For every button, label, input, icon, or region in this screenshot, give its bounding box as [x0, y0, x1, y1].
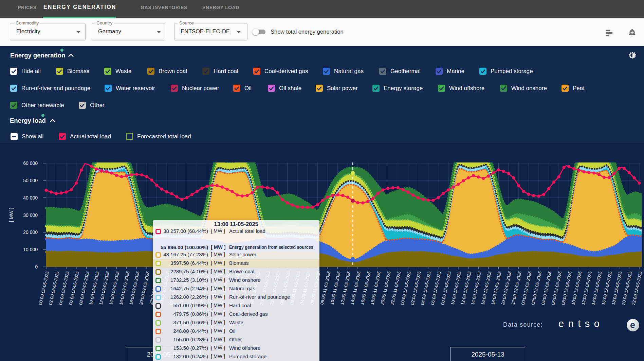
svg-text:20 000: 20 000	[23, 229, 38, 235]
svg-text:50 000: 50 000	[23, 178, 38, 183]
svg-text:0: 0	[35, 264, 38, 270]
svg-text:30 000: 30 000	[23, 212, 38, 218]
svg-text:60 000: 60 000	[23, 160, 38, 166]
svg-text:40 000: 40 000	[23, 195, 38, 201]
svg-text:[ MW ]: [ MW ]	[8, 208, 14, 222]
svg-text:10 000: 10 000	[23, 247, 38, 252]
